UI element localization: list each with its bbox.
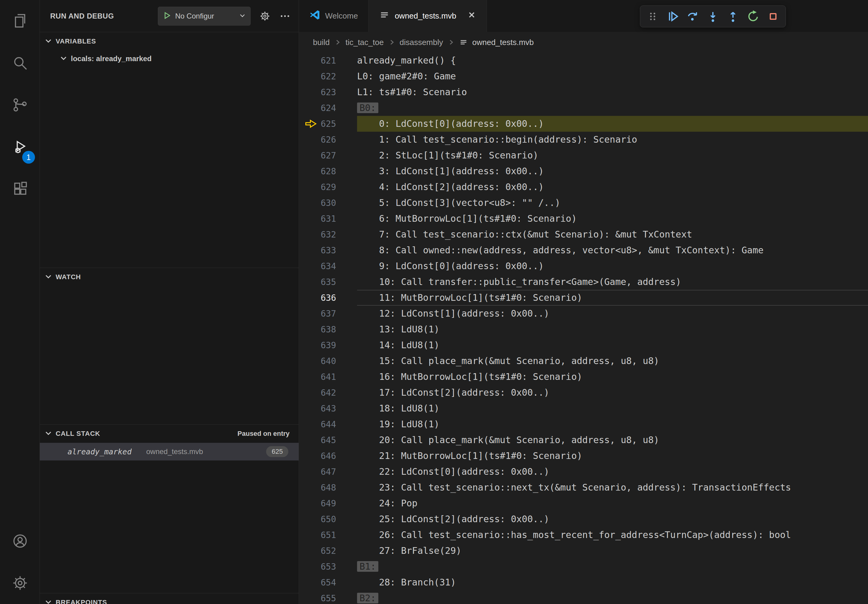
step-into-button-icon[interactable]	[704, 8, 722, 25]
code-line-652[interactable]: 652 27: BrFalse(29)	[299, 543, 868, 559]
gutter[interactable]: 638	[299, 321, 357, 337]
code-line-635[interactable]: 635 10: Call transfer::public_transfer<G…	[299, 274, 868, 290]
gutter[interactable]: 652	[299, 543, 357, 559]
stop-button-icon[interactable]	[764, 8, 782, 25]
code-line-621[interactable]: 621already_marked() {	[299, 53, 868, 68]
code-line-636[interactable]: 636 11: MutBorrowLoc[1](ts#1#0: Scenario…	[299, 290, 868, 306]
code-line-653[interactable]: 653B1:	[299, 559, 868, 575]
source-control-icon[interactable]	[0, 84, 40, 126]
gutter[interactable]: 642	[299, 385, 357, 401]
gutter[interactable]: 650	[299, 511, 357, 527]
breadcrumb-item[interactable]: owned_tests.mvb	[472, 38, 534, 47]
gutter[interactable]: 645	[299, 432, 357, 448]
gutter[interactable]: 621	[299, 53, 357, 68]
gutter[interactable]: 629	[299, 179, 357, 195]
breadcrumb-item[interactable]: tic_tac_toe	[346, 38, 384, 47]
tab-welcome[interactable]: Welcome	[299, 0, 369, 32]
gutter[interactable]: 635	[299, 274, 357, 290]
code-line-624[interactable]: 624B0:	[299, 100, 868, 116]
code-line-649[interactable]: 649 24: Pop	[299, 496, 868, 511]
code-line-638[interactable]: 638 13: LdU8(1)	[299, 321, 868, 337]
gutter[interactable]: 628	[299, 163, 357, 179]
code-line-647[interactable]: 647 22: LdConst[0](address: 0x00..)	[299, 464, 868, 480]
code-line-651[interactable]: 651 26: Call test_scenario::has_most_rec…	[299, 527, 868, 543]
tab-owned-tests[interactable]: owned_tests.mvb	[369, 0, 487, 32]
gutter[interactable]: 632	[299, 226, 357, 242]
code-line-645[interactable]: 645 20: Call place_mark(&mut Scenario, a…	[299, 432, 868, 448]
gutter[interactable]: 634	[299, 258, 357, 274]
code-line-631[interactable]: 631 6: MutBorrowLoc[1](ts#1#0: Scenario)	[299, 211, 868, 226]
gutter[interactable]: 655	[299, 590, 357, 604]
code-line-650[interactable]: 650 25: LdConst[2](address: 0x00..)	[299, 511, 868, 527]
code-line-634[interactable]: 634 9: LdConst[0](address: 0x00..)	[299, 258, 868, 274]
gutter[interactable]: 646	[299, 448, 357, 464]
stack-frame-row[interactable]: already_markedowned_tests.mvb625	[40, 443, 299, 460]
gutter[interactable]: 643	[299, 401, 357, 417]
variables-scope-locals[interactable]: locals: already_marked	[40, 51, 299, 67]
gutter[interactable]: 622	[299, 68, 357, 84]
search-icon[interactable]	[0, 42, 40, 84]
variables-section-header[interactable]: VARIABLES	[40, 32, 299, 51]
gutter[interactable]: 623	[299, 84, 357, 100]
code-line-655[interactable]: 655B2:	[299, 590, 868, 604]
extensions-icon[interactable]	[0, 168, 40, 210]
code-line-643[interactable]: 643 18: LdU8(1)	[299, 401, 868, 417]
code-line-629[interactable]: 629 4: LdConst[2](address: 0x00..)	[299, 179, 868, 195]
code-line-623[interactable]: 623L1: ts#1#0: Scenario	[299, 84, 868, 100]
gutter[interactable]: 640	[299, 353, 357, 369]
run-and-debug-icon[interactable]: 1	[0, 126, 40, 168]
call-stack-section-header[interactable]: CALL STACK Paused on entry	[40, 424, 299, 443]
step-out-button-icon[interactable]	[724, 8, 742, 25]
gutter[interactable]: 651	[299, 527, 357, 543]
code-line-626[interactable]: 626 1: Call test_scenario::begin(address…	[299, 132, 868, 147]
gutter[interactable]: 625	[299, 116, 357, 132]
code-line-642[interactable]: 642 17: LdConst[2](address: 0x00..)	[299, 385, 868, 401]
gutter[interactable]: 624	[299, 100, 357, 116]
code-line-644[interactable]: 644 19: LdU8(1)	[299, 417, 868, 432]
step-over-button-icon[interactable]	[684, 8, 702, 25]
breakpoints-section-header[interactable]: BREAKPOINTS	[40, 593, 299, 604]
account-icon[interactable]	[0, 520, 40, 562]
start-debug-icon[interactable]	[163, 11, 172, 21]
code-line-654[interactable]: 654 28: Branch(31)	[299, 575, 868, 590]
debug-settings-gear-icon[interactable]	[259, 10, 271, 22]
code-line-639[interactable]: 639 14: LdU8(1)	[299, 337, 868, 353]
code-line-637[interactable]: 637 12: LdConst[1](address: 0x00..)	[299, 306, 868, 321]
watch-section-header[interactable]: WATCH	[40, 268, 299, 286]
breadcrumb-item[interactable]: disassembly	[400, 38, 443, 47]
gutter[interactable]: 627	[299, 147, 357, 163]
gutter[interactable]: 636	[299, 290, 357, 306]
debug-config-dropdown[interactable]: No Configur	[158, 7, 251, 26]
explorer-icon[interactable]	[0, 0, 40, 42]
gutter[interactable]: 626	[299, 132, 357, 147]
gutter[interactable]: 653	[299, 559, 357, 575]
gutter[interactable]: 647	[299, 464, 357, 480]
gutter[interactable]: 648	[299, 480, 357, 496]
restart-button-icon[interactable]	[744, 8, 762, 25]
gutter[interactable]: 641	[299, 369, 357, 385]
code-line-627[interactable]: 627 2: StLoc[1](ts#1#0: Scenario)	[299, 147, 868, 163]
code-line-622[interactable]: 622L0: game#2#0: Game	[299, 68, 868, 84]
close-tab-icon[interactable]	[461, 10, 476, 22]
gutter[interactable]: 630	[299, 195, 357, 211]
gutter[interactable]: 631	[299, 211, 357, 226]
code-line-641[interactable]: 641 16: MutBorrowLoc[1](ts#1#0: Scenario…	[299, 369, 868, 385]
gutter[interactable]: 633	[299, 242, 357, 258]
gutter[interactable]: 649	[299, 496, 357, 511]
breadcrumb-item[interactable]: build	[313, 38, 330, 47]
gutter[interactable]: 644	[299, 417, 357, 432]
code-line-646[interactable]: 646 21: MutBorrowLoc[1](ts#1#0: Scenario…	[299, 448, 868, 464]
code-line-633[interactable]: 633 8: Call owned::new(address, address,…	[299, 242, 868, 258]
code-line-628[interactable]: 628 3: LdConst[1](address: 0x00..)	[299, 163, 868, 179]
code-line-632[interactable]: 632 7: Call test_scenario::ctx(&mut Scen…	[299, 226, 868, 242]
gutter[interactable]: 637	[299, 306, 357, 321]
code-line-640[interactable]: 640 15: Call place_mark(&mut Scenario, a…	[299, 353, 868, 369]
toolbar-gripper-icon[interactable]	[644, 8, 662, 25]
gutter[interactable]: 639	[299, 337, 357, 353]
code-line-625[interactable]: 625 0: LdConst[0](address: 0x00..)	[299, 116, 868, 132]
gutter[interactable]: 654	[299, 575, 357, 590]
settings-gear-icon[interactable]	[0, 562, 40, 604]
continue-button-icon[interactable]	[664, 8, 682, 25]
code-line-648[interactable]: 648 23: Call test_scenario::next_tx(&mut…	[299, 480, 868, 496]
code-line-630[interactable]: 630 5: LdConst[3](vector<u8>: "" /..)	[299, 195, 868, 211]
